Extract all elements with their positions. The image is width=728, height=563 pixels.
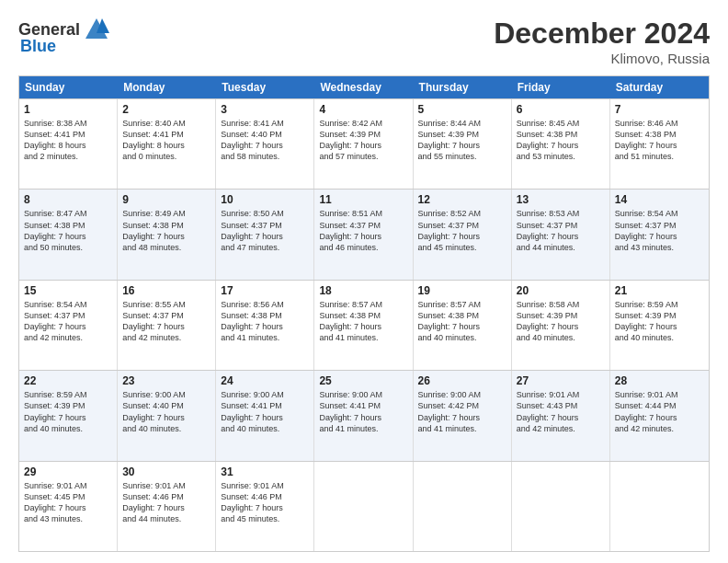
calendar-header: Sunday Monday Tuesday Wednesday Thursday… [19,76,709,98]
cell-info: Sunrise: 8:40 AMSunset: 4:41 PMDaylight:… [122,118,210,163]
calendar-week-2: 8Sunrise: 8:47 AMSunset: 4:38 PMDaylight… [19,189,709,279]
cal-cell: 12Sunrise: 8:52 AMSunset: 4:37 PMDayligh… [414,190,512,279]
header-monday: Monday [118,76,216,98]
cal-cell: 8Sunrise: 8:47 AMSunset: 4:38 PMDaylight… [19,190,118,279]
cal-cell: 5Sunrise: 8:44 AMSunset: 4:39 PMDaylight… [414,99,512,189]
cal-cell: 10Sunrise: 8:50 AMSunset: 4:37 PMDayligh… [216,190,314,279]
day-number: 10 [221,193,309,206]
day-number: 30 [122,465,210,478]
logo-blue: Blue [20,37,56,56]
calendar-week-3: 15Sunrise: 8:54 AMSunset: 4:37 PMDayligh… [19,280,709,370]
cal-cell [610,462,709,551]
cal-cell: 25Sunrise: 9:00 AMSunset: 4:41 PMDayligh… [314,371,413,460]
cal-cell [512,462,610,551]
cal-cell: 23Sunrise: 9:00 AMSunset: 4:40 PMDayligh… [118,371,216,460]
cell-info: Sunrise: 9:01 AMSunset: 4:43 PMDaylight:… [517,389,605,434]
cell-info: Sunrise: 9:01 AMSunset: 4:45 PMDaylight:… [24,480,112,525]
cell-info: Sunrise: 8:44 AMSunset: 4:39 PMDaylight:… [418,118,506,163]
cal-cell: 3Sunrise: 8:41 AMSunset: 4:40 PMDaylight… [216,99,314,189]
day-number: 22 [24,374,112,387]
day-number: 5 [418,103,506,116]
cal-cell: 4Sunrise: 8:42 AMSunset: 4:39 PMDaylight… [314,99,413,189]
cell-info: Sunrise: 8:45 AMSunset: 4:38 PMDaylight:… [517,118,605,163]
cal-cell: 31Sunrise: 9:01 AMSunset: 4:46 PMDayligh… [216,462,314,551]
day-number: 1 [24,103,112,116]
cal-cell: 1Sunrise: 8:38 AMSunset: 4:41 PMDaylight… [19,99,118,189]
day-number: 13 [517,193,605,206]
day-number: 26 [418,374,506,387]
cell-info: Sunrise: 8:38 AMSunset: 4:41 PMDaylight:… [24,118,112,163]
cal-cell: 14Sunrise: 8:54 AMSunset: 4:37 PMDayligh… [610,190,709,279]
day-number: 18 [319,284,407,297]
header-friday: Friday [512,76,610,98]
day-number: 15 [24,284,112,297]
cal-cell: 17Sunrise: 8:56 AMSunset: 4:38 PMDayligh… [216,281,314,370]
cal-cell: 28Sunrise: 9:01 AMSunset: 4:44 PMDayligh… [610,371,709,460]
day-number: 20 [517,284,605,297]
day-number: 25 [319,374,407,387]
cell-info: Sunrise: 8:42 AMSunset: 4:39 PMDaylight:… [319,118,407,163]
day-number: 6 [517,103,605,116]
cell-info: Sunrise: 8:57 AMSunset: 4:38 PMDaylight:… [319,299,407,344]
day-number: 31 [221,465,309,478]
cell-info: Sunrise: 9:01 AMSunset: 4:46 PMDaylight:… [221,480,309,525]
cal-cell: 27Sunrise: 9:01 AMSunset: 4:43 PMDayligh… [512,371,610,460]
day-number: 7 [615,103,704,116]
cal-cell: 22Sunrise: 8:59 AMSunset: 4:39 PMDayligh… [19,371,118,460]
day-number: 4 [319,103,407,116]
cell-info: Sunrise: 8:53 AMSunset: 4:37 PMDaylight:… [517,208,605,253]
cell-info: Sunrise: 8:57 AMSunset: 4:38 PMDaylight:… [418,299,506,344]
location: Klimovo, Russia [494,51,710,66]
cell-info: Sunrise: 8:55 AMSunset: 4:37 PMDaylight:… [122,299,210,344]
cell-info: Sunrise: 8:51 AMSunset: 4:37 PMDaylight:… [319,208,407,253]
cal-cell: 13Sunrise: 8:53 AMSunset: 4:37 PMDayligh… [512,190,610,279]
cell-info: Sunrise: 8:59 AMSunset: 4:39 PMDaylight:… [615,299,704,344]
title-area: December 2024 Klimovo, Russia [494,17,710,66]
calendar-week-1: 1Sunrise: 8:38 AMSunset: 4:41 PMDaylight… [19,98,709,189]
day-number: 29 [24,465,112,478]
cal-cell: 26Sunrise: 9:00 AMSunset: 4:42 PMDayligh… [414,371,512,460]
cell-info: Sunrise: 8:50 AMSunset: 4:37 PMDaylight:… [221,208,309,253]
day-number: 21 [615,284,704,297]
day-number: 23 [122,374,210,387]
day-number: 14 [615,193,704,206]
day-number: 12 [418,193,506,206]
cell-info: Sunrise: 8:47 AMSunset: 4:38 PMDaylight:… [24,208,112,253]
cell-info: Sunrise: 9:00 AMSunset: 4:42 PMDaylight:… [418,389,506,434]
header-wednesday: Wednesday [314,76,413,98]
calendar: Sunday Monday Tuesday Wednesday Thursday… [18,75,710,552]
cell-info: Sunrise: 8:54 AMSunset: 4:37 PMDaylight:… [24,299,112,344]
cell-info: Sunrise: 8:59 AMSunset: 4:39 PMDaylight:… [24,389,112,434]
header-thursday: Thursday [414,76,512,98]
day-number: 11 [319,193,407,206]
cal-cell: 21Sunrise: 8:59 AMSunset: 4:39 PMDayligh… [610,281,709,370]
day-number: 9 [122,193,210,206]
day-number: 17 [221,284,309,297]
header-tuesday: Tuesday [216,76,314,98]
cell-info: Sunrise: 9:00 AMSunset: 4:40 PMDaylight:… [122,389,210,434]
cal-cell: 19Sunrise: 8:57 AMSunset: 4:38 PMDayligh… [414,281,512,370]
calendar-week-5: 29Sunrise: 9:01 AMSunset: 4:45 PMDayligh… [19,461,709,551]
header-sunday: Sunday [19,76,118,98]
cell-info: Sunrise: 8:56 AMSunset: 4:38 PMDaylight:… [221,299,309,344]
day-number: 19 [418,284,506,297]
day-number: 2 [122,103,210,116]
calendar-week-4: 22Sunrise: 8:59 AMSunset: 4:39 PMDayligh… [19,370,709,460]
cell-info: Sunrise: 9:01 AMSunset: 4:44 PMDaylight:… [615,389,704,434]
day-number: 8 [24,193,112,206]
day-number: 24 [221,374,309,387]
cal-cell: 20Sunrise: 8:58 AMSunset: 4:39 PMDayligh… [512,281,610,370]
header: General Blue December 2024 Klimovo, Russ… [18,17,710,66]
day-number: 16 [122,284,210,297]
calendar-body: 1Sunrise: 8:38 AMSunset: 4:41 PMDaylight… [19,98,709,551]
cal-cell: 29Sunrise: 9:01 AMSunset: 4:45 PMDayligh… [19,462,118,551]
day-number: 27 [517,374,605,387]
cal-cell: 24Sunrise: 9:00 AMSunset: 4:41 PMDayligh… [216,371,314,460]
logo: General Blue [18,17,109,56]
cell-info: Sunrise: 8:58 AMSunset: 4:39 PMDaylight:… [517,299,605,344]
cell-info: Sunrise: 8:52 AMSunset: 4:37 PMDaylight:… [418,208,506,253]
day-number: 28 [615,374,704,387]
cell-info: Sunrise: 8:41 AMSunset: 4:40 PMDaylight:… [221,118,309,163]
cal-cell: 30Sunrise: 9:01 AMSunset: 4:46 PMDayligh… [118,462,216,551]
cal-cell: 2Sunrise: 8:40 AMSunset: 4:41 PMDaylight… [118,99,216,189]
